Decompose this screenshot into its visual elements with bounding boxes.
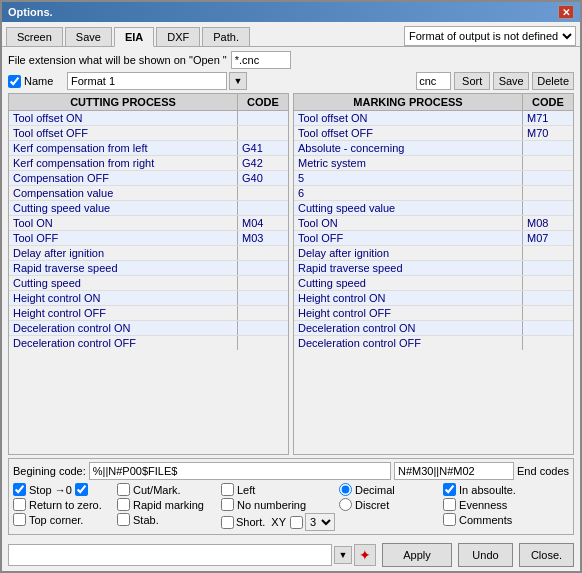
in-absolute-checkbox[interactable] <box>443 483 456 496</box>
table-row[interactable]: Tool offset OFFM70 <box>294 126 573 141</box>
table-row[interactable]: Height control OFF <box>9 306 288 321</box>
marking-row-code <box>523 291 573 305</box>
end-codes-label: End codes <box>517 465 569 477</box>
table-row[interactable]: Deceleration control ON <box>294 321 573 336</box>
name-ext-input[interactable] <box>416 72 451 90</box>
table-row[interactable]: Tool OFFM07 <box>294 231 573 246</box>
discret-radio[interactable] <box>339 498 352 511</box>
marking-row-name: Tool ON <box>294 216 523 230</box>
table-row[interactable]: Cutting speed value <box>9 201 288 216</box>
table-row[interactable]: Deceleration control OFF <box>294 336 573 350</box>
cutting-row-name: Rapid traverse speed <box>9 261 238 275</box>
table-row[interactable]: Kerf compensation from leftG41 <box>9 141 288 156</box>
table-row[interactable]: Cutting speed value <box>294 201 573 216</box>
tab-path[interactable]: Path. <box>202 27 250 46</box>
name-checkbox[interactable] <box>8 75 21 88</box>
tab-save[interactable]: Save <box>65 27 112 46</box>
delete-button[interactable]: Delete <box>532 72 574 90</box>
short-checkbox[interactable] <box>221 516 234 529</box>
table-row[interactable]: Cutting speed <box>9 276 288 291</box>
table-row[interactable]: Height control ON <box>294 291 573 306</box>
name-select-wrapper: ▼ <box>67 72 413 90</box>
marking-table: MARKING PROCESS CODE Tool offset ONM71To… <box>293 93 574 455</box>
marking-row-name: Deceleration control ON <box>294 321 523 335</box>
cutting-header-label: CUTTING PROCESS <box>9 94 238 110</box>
file-ext-input[interactable] <box>231 51 291 69</box>
stop-label: Stop <box>29 484 52 496</box>
table-row[interactable]: Tool offset OFF <box>9 126 288 141</box>
table-row[interactable]: Height control ON <box>9 291 288 306</box>
name-input[interactable] <box>67 72 227 90</box>
checkbox-cut-mark: Cut/Mark. <box>117 483 217 496</box>
xy-checkbox[interactable] <box>290 516 303 529</box>
table-row[interactable]: Tool offset ON <box>9 111 288 126</box>
table-row[interactable]: Compensation value <box>9 186 288 201</box>
table-row[interactable]: 5 <box>294 171 573 186</box>
xy-select[interactable]: 3 <box>305 513 335 531</box>
checkbox-evenness: Evenness <box>443 498 543 511</box>
stop-checkbox[interactable] <box>13 483 26 496</box>
rapid-marking-checkbox[interactable] <box>117 498 130 511</box>
table-row[interactable]: Delay after ignition <box>294 246 573 261</box>
table-row[interactable]: Tool OFFM03 <box>9 231 288 246</box>
table-row[interactable]: Tool ONM08 <box>294 216 573 231</box>
arrow0-checkbox[interactable] <box>75 483 88 496</box>
marking-table-header: MARKING PROCESS CODE <box>294 94 573 111</box>
name-dropdown-btn[interactable]: ▼ <box>229 72 247 90</box>
cutting-row-name: Cutting speed <box>9 276 238 290</box>
close-footer-button[interactable]: Close. <box>519 543 574 567</box>
save-button[interactable]: Save <box>493 72 529 90</box>
marking-row-code: M70 <box>523 126 573 140</box>
arrow-label: →0 <box>55 484 72 496</box>
cut-mark-checkbox[interactable] <box>117 483 130 496</box>
table-row[interactable]: Height control OFF <box>294 306 573 321</box>
end-code-input[interactable] <box>394 462 514 480</box>
table-row[interactable]: Cutting speed <box>294 276 573 291</box>
stab-checkbox[interactable] <box>117 513 130 526</box>
decimal-radio[interactable] <box>339 483 352 496</box>
sort-button[interactable]: Sort <box>454 72 490 90</box>
close-button[interactable]: ✕ <box>558 5 574 19</box>
no-numbering-checkbox[interactable] <box>221 498 234 511</box>
return-checkbox[interactable] <box>13 498 26 511</box>
top-corner-checkbox[interactable] <box>13 513 26 526</box>
marking-row-name: Tool offset ON <box>294 111 523 125</box>
undo-button[interactable]: Undo <box>458 543 513 567</box>
cutting-code-header: CODE <box>238 94 288 110</box>
left-checkbox[interactable] <box>221 483 234 496</box>
comments-checkbox[interactable] <box>443 513 456 526</box>
tab-dxf[interactable]: DXF <box>156 27 200 46</box>
table-row[interactable]: 6 <box>294 186 573 201</box>
table-row[interactable]: Tool offset ONM71 <box>294 111 573 126</box>
decimal-label: Decimal <box>355 484 395 496</box>
table-row[interactable]: Deceleration control ON <box>9 321 288 336</box>
footer-dropdown-btn[interactable]: ▼ <box>334 546 352 564</box>
tab-screen[interactable]: Screen <box>6 27 63 46</box>
tab-eia[interactable]: EIA <box>114 27 154 47</box>
table-row[interactable]: Deceleration control OFF <box>9 336 288 350</box>
table-row[interactable]: Tool ONM04 <box>9 216 288 231</box>
checkboxes-row: Stop →0 Return to zero. Top corner. <box>13 483 569 531</box>
table-row[interactable]: Rapid traverse speed <box>294 261 573 276</box>
beginning-code-label: Begining code: <box>13 465 86 477</box>
beginning-code-input[interactable] <box>89 462 391 480</box>
table-row[interactable]: Rapid traverse speed <box>9 261 288 276</box>
table-row[interactable]: Kerf compensation from rightG42 <box>9 156 288 171</box>
cutting-row-code <box>238 111 288 125</box>
footer-icon-button[interactable]: ✦ <box>354 544 376 566</box>
marking-row-code <box>523 156 573 170</box>
table-row[interactable]: Absolute - concerning <box>294 141 573 156</box>
cutting-row-code <box>238 261 288 275</box>
cutting-row-code <box>238 201 288 215</box>
evenness-checkbox[interactable] <box>443 498 456 511</box>
cutting-row-code <box>238 186 288 200</box>
apply-button[interactable]: Apply <box>382 543 452 567</box>
checkbox-col-2: Cut/Mark. Rapid marking Stab. <box>117 483 217 526</box>
table-row[interactable]: Delay after ignition <box>9 246 288 261</box>
marking-rows: Tool offset ONM71Tool offset OFFM70Absol… <box>294 111 573 350</box>
table-row[interactable]: Metric system <box>294 156 573 171</box>
table-row[interactable]: Compensation OFFG40 <box>9 171 288 186</box>
title-bar: Options. ✕ <box>2 2 580 22</box>
footer-input[interactable] <box>8 544 332 566</box>
format-select[interactable]: Format of output is not defined <box>404 26 576 46</box>
